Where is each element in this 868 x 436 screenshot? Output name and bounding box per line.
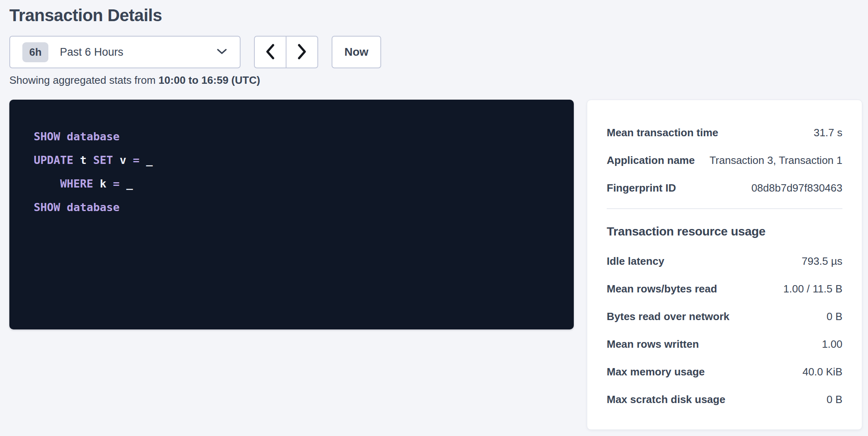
now-button[interactable]: Now xyxy=(332,36,381,68)
stat-row: Fingerprint ID 08d8b7d97f830463 xyxy=(607,174,842,202)
resource-usage-stats: Idle latency 793.5 µs Mean rows/bytes re… xyxy=(607,247,842,413)
stat-row: Mean transaction time 31.7 s xyxy=(607,119,842,146)
resource-usage-heading: Transaction resource usage xyxy=(607,225,842,238)
caption-prefix: Showing aggregated stats from xyxy=(9,74,158,86)
caption-time-range: 10:00 to 16:59 (UTC) xyxy=(158,74,260,86)
time-controls: 6h Past 6 Hours xyxy=(9,36,381,68)
stat-value: 08d8b7d97f830463 xyxy=(751,182,842,194)
sql-token xyxy=(113,154,119,166)
stat-value: 0 B xyxy=(827,310,842,323)
sql-token: database xyxy=(67,130,119,143)
sql-token: v xyxy=(119,154,126,166)
stat-label: Mean rows written xyxy=(607,338,699,351)
stat-row: Mean rows/bytes read 1.00 / 11.5 B xyxy=(607,275,842,303)
sql-token xyxy=(106,177,113,190)
stat-value: 0 B xyxy=(827,393,842,406)
sql-token: _ xyxy=(146,154,152,166)
sql-token: k xyxy=(100,177,106,190)
sql-token xyxy=(87,154,93,166)
chevron-left-icon xyxy=(265,44,276,61)
stat-row: Max scratch disk usage 0 B xyxy=(607,386,842,413)
chevron-right-icon xyxy=(297,44,307,61)
stat-row: Mean rows written 1.00 xyxy=(607,330,842,358)
next-time-button[interactable] xyxy=(286,36,318,68)
time-range-badge: 6h xyxy=(22,42,48,62)
page-title: Transaction Details xyxy=(9,6,162,25)
stat-value: 1.00 xyxy=(822,338,842,351)
stat-label: Bytes read over network xyxy=(607,310,729,323)
sql-token: t xyxy=(80,154,87,166)
stat-label: Idle latency xyxy=(607,255,664,268)
stat-label: Mean rows/bytes read xyxy=(607,283,717,295)
sql-token xyxy=(60,201,67,214)
chevron-down-icon xyxy=(216,48,228,57)
sql-line: WHERE k = _ xyxy=(34,172,549,196)
transaction-details-card: Mean transaction time 31.7 s Application… xyxy=(587,100,862,430)
sql-line: UPDATE t SET v = _ xyxy=(34,148,549,172)
stat-row: Application name Transaction 3, Transact… xyxy=(607,146,842,174)
sql-statement-text: SHOW databaseUPDATE t SET v = _ WHERE k … xyxy=(34,125,549,219)
prev-time-button[interactable] xyxy=(254,36,286,68)
stat-value: 793.5 µs xyxy=(802,255,842,268)
time-range-label: Past 6 Hours xyxy=(60,46,211,59)
stat-row: Max memory usage 40.0 KiB xyxy=(607,358,842,386)
sql-token xyxy=(60,130,67,143)
sql-token: UPDATE xyxy=(34,154,74,166)
stat-row: Idle latency 793.5 µs xyxy=(607,247,842,275)
transaction-details-page: Transaction Details 6h Past 6 Hours xyxy=(0,0,868,436)
time-step-buttons xyxy=(254,36,318,68)
sql-token: SHOW xyxy=(34,201,60,214)
sql-token xyxy=(93,177,100,190)
summary-stats: Mean transaction time 31.7 s Application… xyxy=(607,119,842,202)
stat-value: 31.7 s xyxy=(814,126,842,139)
sql-line: SHOW database xyxy=(34,196,549,219)
sql-token xyxy=(126,154,133,166)
sql-token: WHERE xyxy=(60,177,93,190)
sql-token: SHOW xyxy=(34,130,60,143)
sql-token: database xyxy=(67,201,119,214)
stat-row: Bytes read over network 0 B xyxy=(607,303,842,330)
aggregated-stats-caption: Showing aggregated stats from 10:00 to 1… xyxy=(9,74,260,87)
sql-statement-box: SHOW databaseUPDATE t SET v = _ WHERE k … xyxy=(9,100,574,329)
sql-token: = xyxy=(113,177,119,190)
sql-line: SHOW database xyxy=(34,125,549,148)
stat-label: Max memory usage xyxy=(607,366,705,378)
stat-label: Fingerprint ID xyxy=(607,182,676,194)
sql-token: = xyxy=(133,154,139,166)
stat-label: Mean transaction time xyxy=(607,126,718,139)
stat-value: 40.0 KiB xyxy=(803,366,842,378)
sql-token xyxy=(34,177,60,190)
sql-token xyxy=(74,154,80,166)
sql-token: _ xyxy=(126,177,133,190)
sql-token xyxy=(119,177,126,190)
sql-token: SET xyxy=(93,154,113,166)
stat-value: Transaction 3, Transaction 1 xyxy=(710,154,842,167)
stat-label: Application name xyxy=(607,154,695,167)
time-range-select[interactable]: 6h Past 6 Hours xyxy=(9,36,241,68)
card-divider xyxy=(607,208,842,209)
stat-label: Max scratch disk usage xyxy=(607,393,725,406)
stat-value: 1.00 / 11.5 B xyxy=(783,283,842,295)
sql-token xyxy=(139,154,146,166)
